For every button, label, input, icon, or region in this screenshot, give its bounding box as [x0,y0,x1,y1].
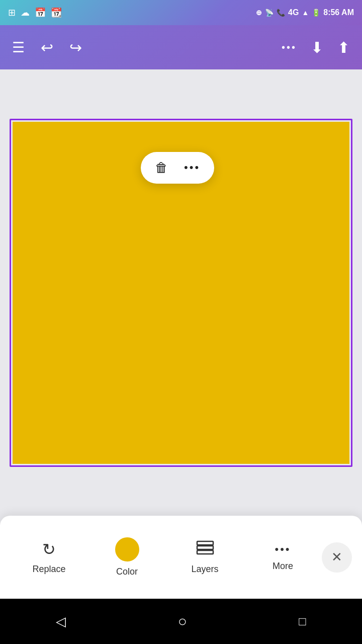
nav-back-button[interactable]: ◁ [56,614,66,629]
replace-label: Replace [32,564,65,575]
context-menu: 🗑 ••• [141,152,214,184]
more-label: More [273,561,293,572]
status-bar: ⊞ ☁ 📅 📆 ⊕ 📡 📞 4G ▲ 🔋 8:56 AM [0,0,362,25]
svg-rect-2 [197,550,213,554]
color-tool[interactable]: Color [88,537,166,577]
more-options-button[interactable]: ••• [282,42,297,53]
toolbar-right: ••• ⬇ ⬆ [282,39,350,56]
time-label: 8:56 AM [323,8,354,17]
layers-label: Layers [191,564,218,575]
call-icon: 📞 [277,9,285,17]
status-bar-right: ⊕ 📡 📞 4G ▲ 🔋 8:56 AM [256,8,354,17]
replace-tool[interactable]: ↻ Replace [10,540,88,575]
svg-rect-0 [197,541,213,545]
status-bar-left: ⊞ ☁ 📅 📆 [8,7,62,18]
close-icon: ✕ [331,549,342,565]
location-icon: ⊕ [256,9,262,17]
canvas-area[interactable]: 🗑 ••• [0,69,362,516]
svg-rect-1 [197,546,213,549]
cast-icon: 📡 [265,9,274,17]
app-icon-calendar1: 📅 [35,7,46,18]
signal-icon: ▲ [302,9,309,17]
network-label: 4G [288,8,299,17]
element-more-button[interactable]: ••• [184,161,200,174]
menu-button[interactable]: ☰ [12,39,25,56]
more-icon: ••• [275,543,291,556]
replace-icon: ↻ [42,540,56,559]
bottom-toolbar: ↻ Replace Color Layers ••• More ✕ [0,516,362,599]
nav-recent-button[interactable]: □ [299,614,306,628]
undo-button[interactable]: ↩ [41,39,53,56]
layers-icon [196,540,214,559]
app-icon-spreadsheet: ⊞ [8,7,16,18]
toolbar-left: ☰ ↩ ↪ [12,39,82,56]
more-tool[interactable]: ••• More [244,543,322,572]
toolbar: ☰ ↩ ↪ ••• ⬇ ⬆ [0,25,362,69]
color-label: Color [116,567,138,577]
layers-tool[interactable]: Layers [166,540,244,575]
share-button[interactable]: ⬆ [337,39,350,56]
redo-button[interactable]: ↪ [69,39,82,56]
app-icon-calendar2: 📆 [51,7,62,18]
nav-home-button[interactable]: ○ [178,613,187,630]
delete-button[interactable]: 🗑 [155,160,168,176]
close-button[interactable]: ✕ [322,542,352,573]
color-circle [115,537,139,561]
app-icon-cloud: ☁ [21,7,30,18]
nav-bar: ◁ ○ □ [0,599,362,644]
battery-icon: 🔋 [312,9,320,17]
canvas-wrapper[interactable]: 🗑 ••• [13,122,349,464]
download-button[interactable]: ⬇ [311,39,323,56]
